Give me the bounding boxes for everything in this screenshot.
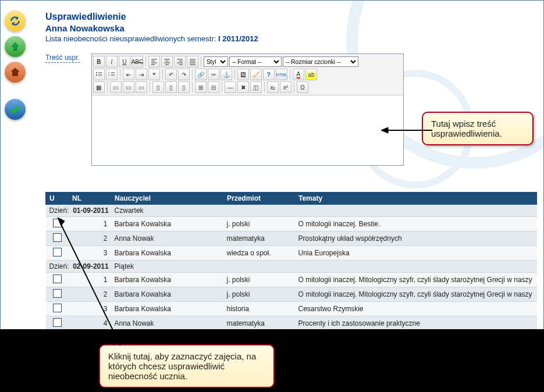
visualaid-button[interactable]: ◫	[250, 81, 262, 93]
subject-cell: j. polski	[223, 273, 295, 287]
col-teacher: Nauczyciel	[111, 193, 223, 205]
align-right-button[interactable]	[174, 56, 186, 67]
bgcolor-button[interactable]: ab	[305, 69, 317, 80]
confirm-button[interactable]	[5, 99, 26, 120]
teacher-cell: Anna Nowak	[111, 231, 223, 246]
col-delete-button[interactable]: ▯	[178, 81, 190, 93]
arrow-up-icon	[9, 41, 21, 52]
editor-label: Treść uspr.	[45, 54, 80, 63]
arrow-icon	[381, 126, 433, 135]
arrow-icon	[56, 216, 126, 347]
editor-textarea[interactable]	[92, 95, 403, 165]
align-justify-button[interactable]	[187, 56, 198, 67]
subject-cell: wiedza o społ.	[223, 246, 295, 261]
page-title: Usprawiedliwienie	[45, 12, 538, 22]
split-button[interactable]: ⊟	[208, 81, 219, 93]
home-button[interactable]	[5, 62, 26, 83]
editor-toolbar: B I U ABC Styl -- Format -- -- Rozmiar c…	[92, 54, 403, 95]
strike-button[interactable]: ABC	[131, 56, 143, 67]
sync-button[interactable]	[5, 10, 26, 31]
home-icon	[9, 66, 21, 78]
topic-cell: Procenty i ich zastosowanie praktyczne	[295, 316, 537, 331]
style-select[interactable]: Styl	[204, 56, 228, 67]
unlink-button[interactable]: ✂	[208, 69, 219, 80]
removefmt-button[interactable]: ✖	[237, 81, 249, 93]
teacher-cell: Barbara Kowalska	[111, 287, 223, 302]
outdent-button[interactable]: ⇤	[123, 69, 134, 80]
topic-cell: O mitologii inaczej. Mitologiczny szyfr,…	[295, 273, 537, 287]
sidebar	[5, 10, 34, 124]
subject-cell: j. polski	[223, 287, 295, 302]
rich-text-editor: B I U ABC Styl -- Format -- -- Rozmiar c…	[91, 54, 404, 166]
link-button[interactable]: 🔗	[195, 69, 207, 80]
teacher-cell: Anna Nowak	[111, 316, 223, 331]
col-subject: Przedmiot	[223, 193, 295, 205]
subject-cell: matematyka	[223, 231, 295, 246]
teacher-cell: Barbara Kowalska	[111, 302, 223, 316]
teacher-cell: Barbara Kowalska	[111, 217, 223, 231]
redo-button[interactable]: ↷	[178, 69, 190, 80]
quote-button[interactable]: ❝	[148, 69, 160, 80]
semester-value: I 2011/2012	[218, 34, 258, 43]
sub-button[interactable]: x₂	[267, 81, 279, 93]
back-button[interactable]	[5, 36, 26, 57]
row-delete-button[interactable]: ▭	[136, 81, 147, 93]
svg-line-6	[60, 222, 120, 345]
sup-button[interactable]: x²	[280, 81, 291, 93]
topic-cell: Unia Europejska	[295, 246, 537, 261]
teacher-cell: Barbara Kowalska	[111, 246, 223, 261]
list-prefix: Lista nieobecności nieusprawiedliwionych…	[45, 34, 218, 43]
list-description: Lista nieobecności nieusprawiedliwionych…	[45, 34, 538, 43]
align-center-button[interactable]	[161, 56, 173, 67]
list-bullet-button[interactable]	[93, 69, 105, 80]
topic-cell: Cesarstwo Rzymskie	[295, 302, 537, 316]
svg-marker-5	[381, 127, 388, 133]
align-left-button[interactable]	[148, 56, 160, 67]
row-before-button[interactable]: ▭	[110, 81, 122, 93]
hr-button[interactable]: —	[225, 81, 236, 93]
svg-text:2: 2	[108, 73, 110, 76]
underline-button[interactable]: U	[119, 56, 130, 67]
topic-cell: Prostokątny układ współrzędnych	[295, 231, 537, 246]
merge-button[interactable]: ⊞	[195, 81, 207, 93]
col-before-button[interactable]: ▯	[152, 81, 164, 93]
day-header-row: Dzień: 01-09-2011 Czwartek	[46, 205, 537, 217]
col-nl: NL	[69, 193, 111, 205]
subject-cell: historia	[223, 302, 295, 316]
col-u: U	[46, 193, 69, 205]
cleanup-button[interactable]: 🧹	[250, 69, 262, 80]
format-select[interactable]: -- Format --	[229, 56, 282, 67]
annotation-editor: Tutaj wpisz treść usprawiedliwienia.	[422, 112, 534, 145]
topic-cell: O mitologii inaczej. Bestie.	[295, 217, 537, 231]
topic-cell: O mitologii inaczej. Mitologiczny szyfr,…	[295, 287, 537, 302]
col-after-button[interactable]: ▯	[165, 81, 177, 93]
char-button[interactable]: Ω	[297, 81, 308, 93]
svg-point-1	[96, 74, 97, 76]
help-button[interactable]: ?	[263, 69, 275, 80]
student-name: Anna Nowakowska	[45, 23, 538, 33]
anchor-button[interactable]: ⚓	[221, 69, 232, 80]
subject-cell: matematyka	[223, 316, 295, 331]
image-button[interactable]: 🖼	[237, 69, 249, 80]
html-button[interactable]: HTML	[276, 69, 287, 80]
annotation-checkbox: Kliknij tutaj, aby zaznaczyć zajęcia, na…	[99, 344, 275, 388]
check-icon	[9, 104, 21, 115]
svg-point-0	[96, 72, 97, 73]
bold-button[interactable]: B	[93, 56, 105, 67]
italic-button[interactable]: I	[106, 56, 118, 67]
subject-cell: j. polski	[223, 217, 295, 231]
table-header-row: U NL Nauczyciel Przedmiot Tematy	[46, 193, 537, 205]
svg-marker-7	[58, 218, 65, 226]
list-number-button[interactable]: 12	[106, 69, 118, 80]
fontsize-select[interactable]: -- Rozmiar czcionki --	[283, 56, 358, 67]
row-after-button[interactable]: ▭	[123, 81, 134, 93]
indent-button[interactable]: ⇥	[136, 69, 147, 80]
table-button[interactable]: ▦	[93, 81, 105, 93]
teacher-cell: Barbara Kowalska	[111, 273, 223, 287]
sync-icon	[9, 15, 21, 27]
textcolor-button[interactable]: A	[293, 69, 304, 80]
undo-button[interactable]: ↶	[165, 69, 177, 80]
col-topics: Tematy	[295, 193, 537, 205]
